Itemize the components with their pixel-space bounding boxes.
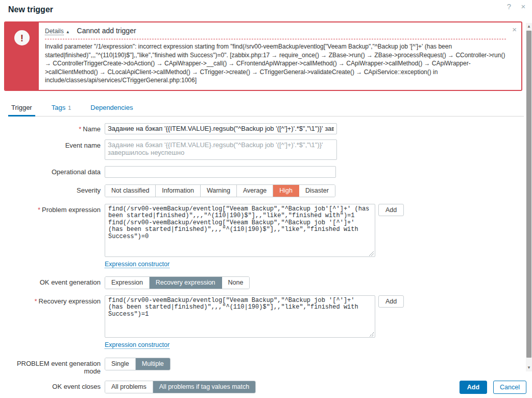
help-icon[interactable]: ? [504,2,514,11]
dialog-header: New trigger ? × [0,0,532,14]
tab-dependencies[interactable]: Dependencies [87,102,136,116]
scroll-down-icon[interactable]: ▼ [526,364,532,371]
severity-high-button[interactable]: High [273,185,299,197]
severity-warning-button[interactable]: Warning [201,185,237,197]
mode-single-button[interactable]: Single [105,358,136,370]
resize-handle-icon[interactable] [369,332,374,337]
ok-gen-expression-button[interactable]: Expression [105,277,150,289]
ok-event-closes-label: OK event closes [0,381,105,390]
problem-expression-input[interactable]: find(/srv00-veemBackup/eventlog["Veeam B… [105,204,375,257]
details-link[interactable]: Details [45,28,64,35]
collapse-arrow-icon[interactable]: ▲ [66,30,70,34]
tab-bar: Trigger Tags1 Dependencies [8,102,524,116]
operational-data-label: Operational data [0,166,105,176]
error-banner-strip: ! [5,22,39,90]
ok-gen-recovery-expression-button[interactable]: Recovery expression [150,277,222,289]
new-trigger-dialog: New trigger ? × ! × Details ▲ Cannot add… [0,0,532,398]
problem-expression-label: Problem expression [42,206,101,214]
operational-data-row: Operational data [0,166,532,178]
recovery-expression-row: *Recovery expression find(/srv00-veemBac… [0,295,532,340]
ok-event-generation-row: OK event generation Expression Recovery … [0,276,532,289]
close-icon[interactable]: × [519,2,528,11]
mode-multiple-button[interactable]: Multiple [136,358,170,370]
error-close-icon[interactable]: × [512,25,517,34]
name-row: *Name [0,123,532,134]
ok-event-closes-row: OK event closes All problems All problem… [0,381,532,393]
scroll-up-icon[interactable]: ▲ [526,23,532,30]
ok-gen-none-button[interactable]: None [222,277,250,289]
page-title: New trigger [8,5,524,14]
problem-event-mode-segmented-control: Single Multiple [105,358,171,370]
trigger-form: *Name Event name Operational data Severi… [0,123,532,393]
severity-information-button[interactable]: Information [156,185,201,197]
ok-event-closes-segmented-control: All problems All problems if tag values … [105,381,256,393]
dialog-footer: Add Cancel [460,381,526,394]
error-separator [45,39,506,39]
recovery-expression-label: Recovery expression [39,297,101,305]
problem-event-mode-label: PROBLEM event generation mode [0,358,105,375]
severity-disaster-button[interactable]: Disaster [299,185,335,197]
operational-data-input[interactable] [105,166,336,178]
severity-not-classified-button[interactable]: Not classified [105,185,156,197]
error-title: Cannot add trigger [77,27,136,35]
required-asterisk: * [35,297,37,305]
ok-event-generation-label: OK event generation [0,276,105,286]
recovery-expression-add-button[interactable]: Add [378,295,404,308]
name-input[interactable] [105,123,337,134]
closes-all-if-tags-match-button[interactable]: All problems if tag values match [153,381,255,393]
problem-event-mode-row: PROBLEM event generation mode Single Mul… [0,358,532,375]
cancel-button[interactable]: Cancel [493,381,526,394]
scrollbar-thumb[interactable] [526,31,531,358]
error-message: Invalid parameter "/1/expression": incor… [45,42,506,85]
recovery-constructor-row: Expression constructor [0,339,532,349]
event-name-row: Event name [0,139,532,160]
tab-trigger[interactable]: Trigger [8,102,35,116]
name-label: Name [83,125,101,133]
problem-expression-row: *Problem expression find(/srv00-veemBack… [0,204,532,259]
problem-expression-add-button[interactable]: Add [378,204,404,216]
ok-event-generation-segmented-control: Expression Recovery expression None [105,276,250,289]
expression-constructor-link[interactable]: Expression constructor [105,261,170,268]
vertical-scrollbar[interactable]: ▲ ▼ [526,23,532,371]
add-button[interactable]: Add [460,381,487,394]
severity-segmented-control: Not classified Information Warning Avera… [105,184,335,197]
error-banner-body: × Details ▲ Cannot add trigger Invalid p… [39,22,521,90]
expression-constructor-link[interactable]: Expression constructor [105,341,170,349]
required-asterisk: * [79,125,81,133]
event-name-label: Event name [0,139,105,149]
tags-count-badge: 1 [68,105,71,111]
resize-handle-icon[interactable] [369,251,374,256]
error-banner: ! × Details ▲ Cannot add trigger Invalid… [4,21,522,91]
severity-average-button[interactable]: Average [237,185,273,197]
tab-tags[interactable]: Tags1 [49,102,75,116]
severity-label: Severity [0,184,105,194]
recovery-expression-input[interactable]: find(/srv00-veemBackup/eventlog["Veeam B… [105,295,375,338]
closes-all-problems-button[interactable]: All problems [105,381,153,393]
event-name-input[interactable] [105,139,337,160]
problem-constructor-row: Expression constructor [0,258,532,268]
severity-row: Severity Not classified Information Warn… [0,184,532,197]
warning-icon: ! [14,30,30,45]
required-asterisk: * [38,206,40,214]
